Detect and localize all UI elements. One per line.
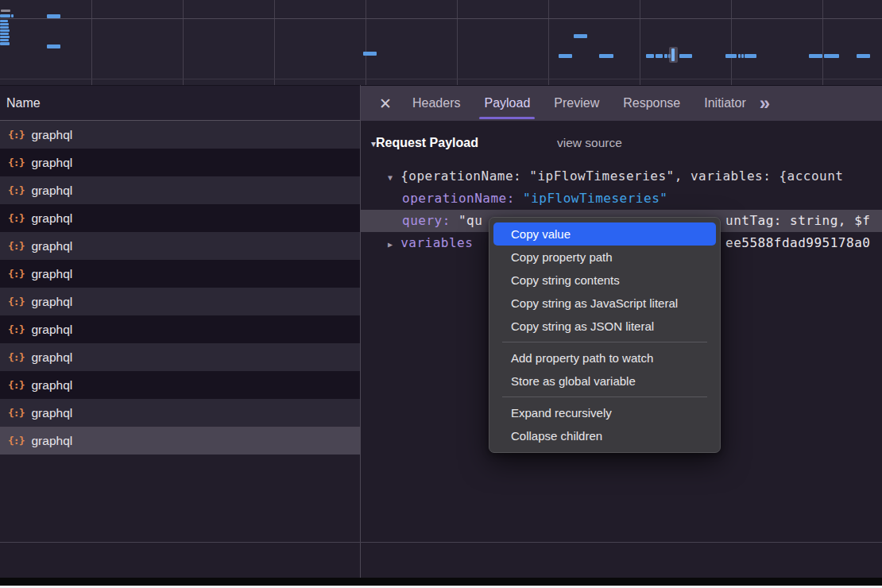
request-row[interactable]: {:}graphql [0,343,360,371]
menu-separator [502,397,707,397]
request-name: graphql [31,128,72,142]
network-request-bar[interactable] [0,39,9,41]
expanded-triangle-icon[interactable]: ▼ [388,173,393,182]
collapsed-triangle-icon[interactable]: ▶ [388,240,393,249]
overview-gridline [731,0,732,85]
json-resource-icon: {:} [8,435,24,447]
tab-response[interactable]: Response [611,86,692,121]
network-request-bar[interactable] [0,23,9,25]
name-column-label: Name [6,96,41,110]
property-key: variables [400,235,473,250]
network-request-bar[interactable] [809,54,822,58]
tab-strip: HeadersPayloadPreviewResponseInitiator [400,86,758,121]
name-column-header[interactable]: Name [0,85,360,121]
request-row[interactable]: {:}graphql [0,399,360,427]
network-request-bar[interactable] [599,54,613,58]
menu-item-copy-property-path[interactable]: Copy property path [493,246,716,269]
property-value-end: ee5588fdad995178a0 [725,232,870,254]
network-request-bar[interactable] [47,14,60,18]
detail-tab-bar: ✕ HeadersPayloadPreviewResponseInitiator… [361,85,882,121]
overview-gridline [91,0,92,85]
network-request-bar[interactable] [47,44,60,48]
network-overview-timeline[interactable] [0,0,882,85]
network-request-bar[interactable] [0,14,10,17]
network-request-bar[interactable] [656,54,663,58]
network-request-bar[interactable] [738,54,741,58]
overview-gridline [640,0,640,85]
request-row[interactable]: {:}graphql [0,260,360,288]
request-row[interactable]: {:}graphql [0,232,360,260]
json-preview-text: {operationName: "ipFlowTimeseries", vari… [400,168,843,184]
network-request-bar[interactable] [363,52,377,56]
request-name: graphql [31,267,72,281]
request-row[interactable]: {:}graphql [0,204,360,232]
network-request-bar[interactable] [824,54,839,58]
request-name: graphql [31,434,72,448]
more-tabs-icon[interactable]: » [760,92,770,114]
close-icon[interactable]: ✕ [370,86,400,121]
request-name: graphql [31,239,72,253]
json-resource-icon: {:} [8,407,24,419]
request-row[interactable]: {:}graphql [0,149,360,176]
overview-gridline [548,0,549,85]
network-request-bar[interactable] [0,42,10,45]
json-preview-row[interactable]: ▼ {operationName: "ipFlowTimeseries", va… [361,165,882,188]
request-row[interactable]: {:}graphql [0,121,360,149]
network-request-bar[interactable] [679,54,692,58]
overview-gridline [822,0,823,85]
request-payload-section[interactable]: ▾Request Payload view source [361,132,882,154]
menu-item-add-property-path-to-watch[interactable]: Add property path to watch [493,346,716,369]
request-row[interactable]: {:}graphql [0,427,360,455]
tab-payload[interactable]: Payload [472,86,542,121]
overview-gridline [274,0,275,85]
menu-item-copy-value[interactable]: Copy value [493,222,716,246]
menu-item-copy-string-as-json-literal[interactable]: Copy string as JSON literal [493,315,716,338]
menu-item-collapse-children[interactable]: Collapse children [493,424,716,447]
property-key: operationName: [402,191,515,206]
request-name: graphql [31,350,72,365]
network-request-bar[interactable] [646,54,654,58]
request-name: graphql [31,156,72,170]
network-request-bar[interactable] [0,29,10,32]
request-name: graphql [31,295,72,309]
request-list: {:}graphql{:}graphql{:}graphql{:}graphql… [0,121,360,542]
menu-item-expand-recursively[interactable]: Expand recursively [493,401,716,424]
request-row[interactable]: {:}graphql [0,288,360,315]
menu-item-copy-string-contents[interactable]: Copy string contents [493,269,716,292]
tab-preview[interactable]: Preview [542,86,611,121]
menu-item-store-as-global-variable[interactable]: Store as global variable [493,369,716,393]
network-request-bar[interactable] [574,34,587,38]
overview-gridline [183,0,184,85]
menu-separator [502,342,707,342]
network-request-bar[interactable] [11,14,14,17]
json-resource-icon: {:} [8,268,24,280]
network-request-bar[interactable] [725,54,737,58]
request-row[interactable]: {:}graphql [0,371,360,399]
json-resource-icon: {:} [8,351,24,363]
network-request-bar[interactable] [0,20,8,22]
json-resource-icon: {:} [8,296,24,308]
menu-item-copy-string-as-javascript-literal[interactable]: Copy string as JavaScript literal [493,292,716,315]
request-row[interactable]: {:}graphql [0,315,360,343]
tab-headers[interactable]: Headers [400,86,472,121]
request-row[interactable]: {:}graphql [0,176,360,204]
network-request-bar[interactable] [741,54,744,58]
json-resource-icon: {:} [8,212,24,224]
network-request-bar[interactable] [745,54,756,58]
view-source-link[interactable]: view source [557,132,622,154]
overview-gridline [366,0,366,85]
window-bottom-bar [0,578,882,586]
network-request-bar[interactable] [0,36,10,38]
network-request-bar[interactable] [664,54,667,58]
tab-initiator[interactable]: Initiator [692,86,757,121]
network-request-bar[interactable] [857,54,870,58]
network-request-bar[interactable] [671,48,675,61]
network-request-bar[interactable] [0,26,9,29]
context-menu: Copy valueCopy property pathCopy string … [489,217,721,453]
network-request-bar[interactable] [559,54,572,58]
property-value-start: "qu [458,213,482,228]
json-row-operation-name[interactable]: operationName: "ipFlowTimeseries" [361,188,882,210]
network-request-bar[interactable] [1,10,10,12]
network-request-bar[interactable] [0,33,9,35]
request-name: graphql [31,406,72,420]
